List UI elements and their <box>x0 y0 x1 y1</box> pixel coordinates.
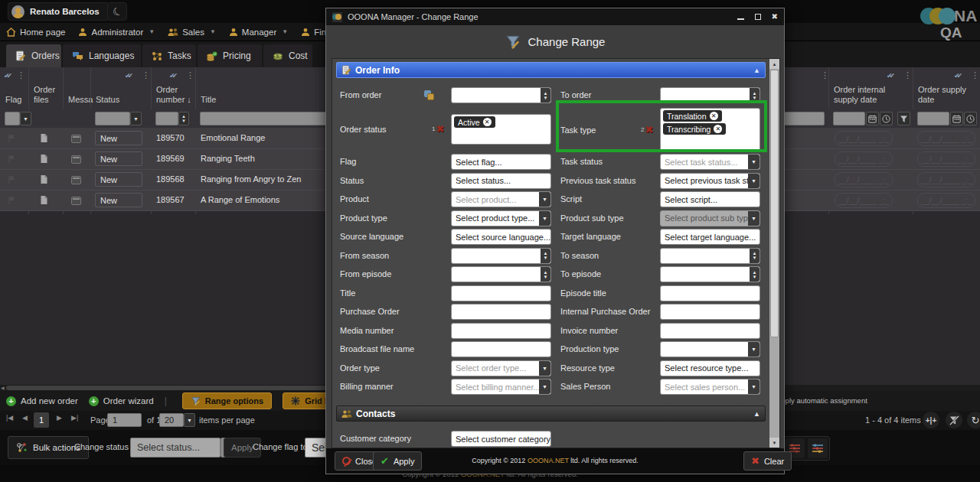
supply-date-filter-input[interactable] <box>917 112 949 125</box>
scroll-up-icon[interactable]: ▲ <box>769 59 779 69</box>
field-episode-title-input[interactable] <box>660 285 760 301</box>
clock-icon[interactable] <box>964 112 977 125</box>
field-resource-type-input[interactable]: Select resource type... <box>660 360 760 376</box>
message-icon[interactable] <box>71 135 81 143</box>
field-internal-purchase-order-input[interactable] <box>660 304 760 320</box>
page-size-arrow-icon[interactable]: ▼ <box>184 413 195 427</box>
column-select-icon[interactable]: ✔✔ <box>4 72 9 80</box>
column-header-order-number[interactable]: Order number ↓ <box>156 85 191 105</box>
column-menu-icon[interactable]: ⋮ <box>186 70 194 80</box>
spinner-arrows-icon[interactable]: ▲▼ <box>541 267 550 282</box>
order-number-spinner[interactable]: ▲▼ <box>178 112 189 125</box>
copy-icon[interactable] <box>424 90 434 100</box>
field-product-input[interactable]: Select product...▼ <box>451 191 551 207</box>
menu-item-administrator[interactable]: Administrator▼ <box>78 28 155 37</box>
calendar-icon[interactable] <box>866 112 879 125</box>
clock-icon[interactable] <box>880 112 893 125</box>
add-new-order-button[interactable]: + Add new order <box>6 396 78 406</box>
menu-item-manager[interactable]: Manager▼ <box>229 28 288 37</box>
spinner-arrows-icon[interactable]: ▲▼ <box>750 249 760 263</box>
dialog-titlebar[interactable]: OOONA Manager - Change Range ✖ <box>326 8 784 25</box>
minimize-icon[interactable] <box>737 18 744 20</box>
order-wizard-button[interactable]: + Order wizard <box>89 396 154 406</box>
column-header-order-internal-supply-date[interactable]: Order internal supply date <box>834 85 909 105</box>
close-window-icon[interactable]: ✖ <box>772 13 778 21</box>
field-to-season-input[interactable]: ▲▼ <box>660 248 760 264</box>
field-previous-task-status-input[interactable]: Select previous task sta...▼ <box>660 173 760 189</box>
horizontal-scrollbar-thumb[interactable] <box>6 386 331 390</box>
column-select-icon[interactable]: ✔✔ <box>887 72 892 80</box>
order-files-icon[interactable] <box>40 195 48 205</box>
column-select-icon[interactable]: ✔✔ <box>169 72 175 80</box>
remove-tag-icon[interactable]: ✕ <box>710 112 718 120</box>
message-icon[interactable] <box>71 176 81 184</box>
order-files-icon[interactable] <box>40 133 48 143</box>
message-icon[interactable] <box>71 197 81 205</box>
spinner-arrows-icon[interactable]: ▲▼ <box>541 249 550 263</box>
collapse-chevron-icon[interactable]: ▲ <box>753 67 760 74</box>
field-task-status-input[interactable]: Select task status...▼ <box>660 154 760 170</box>
field-broadcast-file-name-input[interactable] <box>451 341 551 357</box>
order-number-filter-input[interactable] <box>155 112 178 125</box>
column-header-order-supply-date[interactable]: Order supply date <box>918 85 976 105</box>
column-menu-icon[interactable]: ⋮ <box>903 70 912 80</box>
field-target-language-input[interactable]: Select target language... <box>660 229 760 245</box>
clear-filter-button[interactable] <box>946 412 962 428</box>
flag-filter-input[interactable] <box>5 112 20 125</box>
field-order-type-input[interactable]: Select order type...▼ <box>451 360 551 376</box>
spinner-arrows-icon[interactable]: ▲▼ <box>750 88 760 103</box>
field-to-order-input[interactable]: ▲▼ <box>660 87 760 103</box>
column-header-status[interactable]: Status <box>96 95 147 105</box>
dropdown-arrow-icon[interactable]: ▼ <box>748 174 760 188</box>
tab-languages[interactable]: Languages <box>63 44 141 67</box>
column-header-order-files[interactable]: Order files <box>34 85 59 105</box>
user-menu-button[interactable]: Renato Barcelos <box>8 2 109 21</box>
clear-button[interactable]: ✖ Clear <box>743 451 792 471</box>
page-number-input[interactable]: 1 <box>107 413 142 427</box>
column-select-icon[interactable]: ✔✔ <box>125 72 130 80</box>
funnel-icon[interactable] <box>897 112 910 125</box>
range-options-button[interactable]: Range options <box>182 392 272 409</box>
current-page-button[interactable]: 1 <box>34 412 49 428</box>
tab-orders[interactable]: Orders <box>6 44 61 67</box>
dropdown-arrow-icon[interactable]: ▼ <box>539 379 550 394</box>
field-billing-manner-input[interactable]: Select billing manner...▼ <box>451 379 551 395</box>
field-product-type-input[interactable]: Select product type...▼ <box>451 210 551 226</box>
column-header-flag[interactable]: Flag <box>5 95 24 105</box>
field-media-number-input[interactable] <box>451 323 551 339</box>
dropdown-arrow-icon[interactable]: ▼ <box>748 342 760 357</box>
calendar-icon[interactable] <box>950 112 963 125</box>
field-purchase-order-input[interactable] <box>451 304 551 320</box>
field-from-season-input[interactable]: ▲▼ <box>451 248 551 264</box>
field-sales-person-input[interactable]: Select sales person...▼ <box>660 379 760 395</box>
field-title-input[interactable] <box>451 285 551 301</box>
order-info-section-header[interactable]: Order Info▲ <box>336 62 766 78</box>
next-page-icon[interactable]: ▶ <box>57 414 62 422</box>
menu-item-home-page[interactable]: Home page <box>6 28 65 37</box>
refresh-button[interactable]: ↻ <box>967 412 980 428</box>
prev-page-icon[interactable]: ◀ <box>22 414 28 422</box>
menu-item-sales[interactable]: Sales▼ <box>168 28 216 37</box>
field-from-episode-input[interactable]: ▲▼ <box>451 266 551 282</box>
spinner-arrows-icon[interactable]: ▲▼ <box>750 267 760 282</box>
last-page-icon[interactable]: ▶| <box>71 414 78 422</box>
remove-tag-icon[interactable]: ✕ <box>714 125 722 133</box>
field-invoice-number-input[interactable] <box>660 323 760 339</box>
field-customer-category-input[interactable]: Select customer category... <box>451 431 551 447</box>
field-task-type-input[interactable]: Translation✕Transcribing✕ <box>660 108 760 152</box>
internal-supply-date-filter-input[interactable] <box>833 112 865 125</box>
maximize-icon[interactable] <box>755 14 761 20</box>
tab-cost[interactable]: $Cost <box>263 44 312 67</box>
dialog-scrollbar[interactable]: ▲ ▼ <box>769 59 779 448</box>
apply-automatic-assignment-label[interactable]: Apply automatic assignment <box>776 396 867 405</box>
dropdown-arrow-icon[interactable]: ▼ <box>539 361 550 376</box>
field-production-type-input[interactable]: ▼ <box>660 341 760 357</box>
collapse-chevron-icon[interactable]: ▲ <box>753 410 760 418</box>
fit-columns-button[interactable]: +|+ <box>923 412 939 428</box>
select-status-dropdown[interactable]: Select status... <box>130 438 220 458</box>
first-page-icon[interactable]: |◀ <box>6 414 13 422</box>
column-menu-icon[interactable]: ⋮ <box>971 70 979 80</box>
flag-filter-arrow-icon[interactable]: ▼ <box>20 112 31 125</box>
field-status-input[interactable]: Select status... <box>451 173 551 189</box>
field-from-order-input[interactable]: ▲▼ <box>451 87 551 103</box>
